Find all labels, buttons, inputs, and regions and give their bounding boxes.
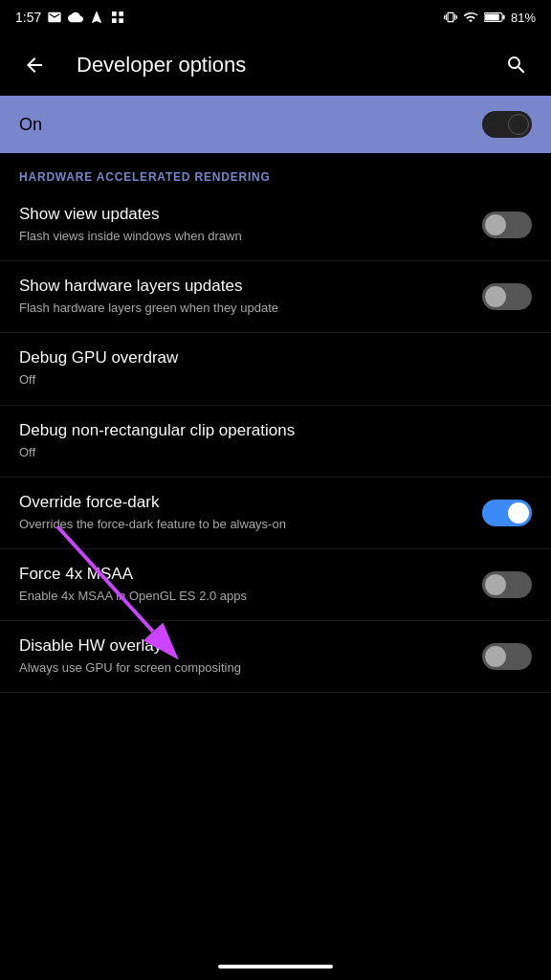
search-button[interactable]: [497, 46, 536, 84]
setting-content: Show hardware layers updates Flash hardw…: [19, 277, 482, 317]
battery-percent: 81%: [511, 11, 536, 25]
force-4x-msaa-toggle[interactable]: [482, 571, 532, 598]
wifi-icon: [463, 10, 478, 25]
vibrate-icon: [444, 10, 457, 25]
grid-icon: [110, 10, 125, 25]
setting-subtitle: Enable 4x MSAA in OpenGL ES 2.0 apps: [19, 588, 467, 605]
disable-hw-overlays-toggle[interactable]: [482, 643, 532, 670]
status-bar: 1:57 81%: [0, 0, 551, 34]
toggle-thumb: [508, 502, 529, 523]
toggle-thumb: [485, 646, 506, 667]
navigation-icon: [89, 10, 104, 25]
setting-row-debug-non-rect[interactable]: Debug non-rectangular clip operations Of…: [0, 406, 551, 478]
setting-row-show-view-updates[interactable]: Show view updates Flash views inside win…: [0, 189, 551, 261]
setting-content: Debug GPU overdraw Off: [19, 348, 532, 389]
setting-row-override-force-dark[interactable]: Override force-dark Overrides the force-…: [0, 478, 551, 549]
setting-subtitle: Overrides the force-dark feature to be a…: [19, 516, 467, 533]
setting-title: Debug non-rectangular clip operations: [19, 421, 517, 440]
setting-title: Show hardware layers updates: [19, 277, 467, 296]
status-right: 81%: [444, 10, 536, 25]
message-icon: [47, 10, 62, 25]
setting-subtitle: Off: [19, 371, 517, 389]
setting-title: Disable HW overlays: [19, 636, 467, 656]
setting-title: Debug GPU overdraw: [19, 348, 517, 368]
back-button[interactable]: [15, 46, 54, 84]
battery-icon: [484, 11, 505, 24]
setting-subtitle: Always use GPU for screen compositing: [19, 659, 467, 677]
setting-subtitle: Off: [19, 444, 517, 461]
setting-content: Show view updates Flash views inside win…: [19, 205, 482, 245]
toggle-thumb: [508, 114, 529, 135]
setting-row-disable-hw-overlays[interactable]: Disable HW overlays Always use GPU for s…: [0, 621, 551, 693]
setting-content: Debug non-rectangular clip operations Of…: [19, 421, 532, 461]
cloud-icon: [68, 10, 83, 25]
setting-subtitle: Flash views inside windows when drawn: [19, 228, 467, 245]
developer-options-toggle[interactable]: [482, 111, 532, 138]
setting-subtitle: Flash hardware layers green when they up…: [19, 300, 467, 317]
setting-content: Force 4x MSAA Enable 4x MSAA in OpenGL E…: [19, 565, 482, 605]
show-view-updates-toggle[interactable]: [482, 212, 532, 238]
setting-title: Override force-dark: [19, 493, 467, 512]
home-indicator[interactable]: [218, 965, 333, 969]
main-content: HARDWARE ACCELERATED RENDERING Show view…: [0, 153, 551, 693]
svg-rect-2: [485, 14, 499, 21]
page-title: Developer options: [77, 53, 497, 78]
setting-content: Disable HW overlays Always use GPU for s…: [19, 636, 482, 677]
setting-content: Override force-dark Overrides the force-…: [19, 493, 482, 533]
section-header-hardware: HARDWARE ACCELERATED RENDERING: [0, 153, 551, 189]
app-bar: Developer options: [0, 34, 551, 96]
on-label: On: [19, 115, 42, 135]
status-time: 1:57: [15, 10, 41, 25]
developer-options-toggle-row[interactable]: On: [0, 96, 551, 153]
setting-row-show-hardware-layers[interactable]: Show hardware layers updates Flash hardw…: [0, 261, 551, 333]
nav-bar: [0, 946, 551, 980]
setting-row-debug-gpu-overdraw[interactable]: Debug GPU overdraw Off: [0, 333, 551, 405]
status-left: 1:57: [15, 10, 125, 25]
setting-row-force-4x-msaa[interactable]: Force 4x MSAA Enable 4x MSAA in OpenGL E…: [0, 549, 551, 621]
override-force-dark-toggle[interactable]: [482, 500, 532, 526]
show-hardware-layers-toggle[interactable]: [482, 283, 532, 310]
toggle-thumb: [485, 286, 506, 307]
toggle-thumb: [485, 574, 506, 595]
setting-title: Force 4x MSAA: [19, 565, 467, 584]
setting-title: Show view updates: [19, 205, 467, 224]
toggle-thumb: [485, 214, 506, 235]
svg-rect-1: [502, 15, 504, 19]
